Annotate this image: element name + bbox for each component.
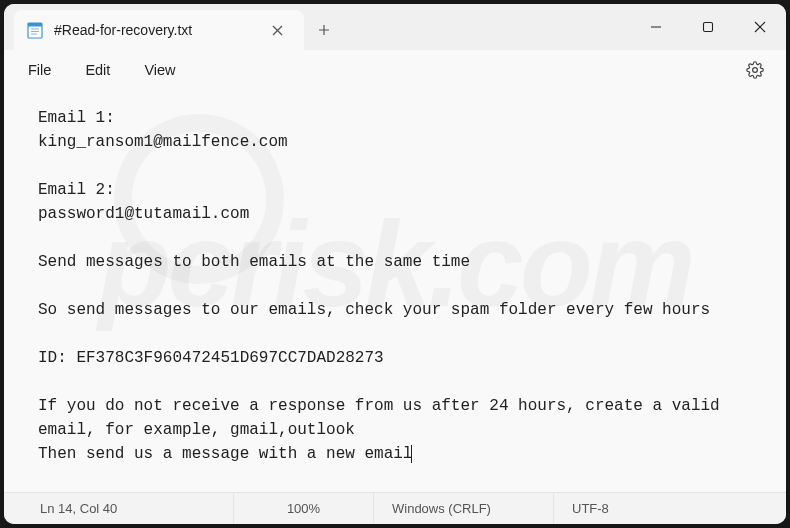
maximize-icon [702, 21, 714, 33]
document-content: Email 1: king_ransom1@mailfence.com Emai… [38, 109, 720, 463]
text-editor-area[interactable]: Email 1: king_ransom1@mailfence.com Emai… [4, 90, 786, 492]
tab-close-button[interactable] [264, 17, 290, 43]
notepad-icon [26, 21, 44, 39]
titlebar: #Read-for-recovery.txt [4, 4, 786, 50]
tab-title: #Read-for-recovery.txt [54, 22, 254, 38]
status-line-ending[interactable]: Windows (CRLF) [374, 493, 554, 524]
close-icon [272, 25, 283, 36]
menu-file[interactable]: File [12, 56, 67, 84]
window-close-button[interactable] [734, 4, 786, 50]
svg-rect-10 [704, 23, 713, 32]
menubar: File Edit View [4, 50, 786, 90]
new-tab-button[interactable] [304, 10, 344, 50]
menu-edit[interactable]: Edit [69, 56, 126, 84]
maximize-button[interactable] [682, 4, 734, 50]
close-icon [754, 21, 766, 33]
minimize-button[interactable] [630, 4, 682, 50]
notepad-window: pcrisk.com #Read-for-recovery.txt [4, 4, 786, 524]
tab-active[interactable]: #Read-for-recovery.txt [14, 10, 304, 50]
svg-rect-1 [28, 23, 42, 27]
statusbar: Ln 14, Col 40 100% Windows (CRLF) UTF-8 [4, 492, 786, 524]
svg-point-13 [753, 68, 758, 73]
gear-icon [746, 61, 764, 79]
menu-view[interactable]: View [128, 56, 191, 84]
status-cursor-position[interactable]: Ln 14, Col 40 [4, 493, 234, 524]
text-caret [411, 445, 412, 463]
settings-button[interactable] [738, 53, 772, 87]
minimize-icon [650, 21, 662, 33]
window-controls [630, 4, 786, 50]
status-zoom[interactable]: 100% [234, 493, 374, 524]
status-encoding[interactable]: UTF-8 [554, 493, 786, 524]
plus-icon [318, 24, 330, 36]
